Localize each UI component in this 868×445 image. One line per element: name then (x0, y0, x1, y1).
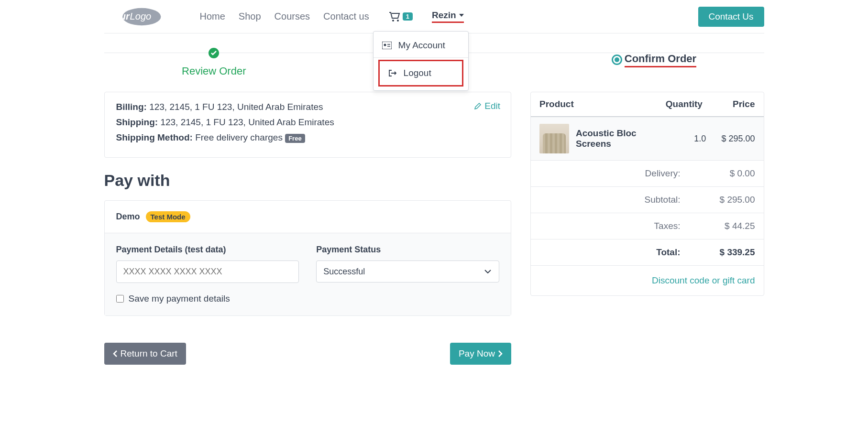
edit-address-link[interactable]: Edit (474, 101, 500, 111)
product-name: Acoustic Bloc Screens (576, 128, 663, 149)
check-circle-icon (209, 48, 219, 58)
svg-rect-5 (382, 42, 392, 49)
total-label: Total: (539, 247, 681, 258)
cart-badge: 1 (403, 12, 413, 21)
svg-point-3 (392, 20, 394, 22)
payment-details-input[interactable] (116, 260, 299, 283)
shipping-line: Shipping: 123, 2145, 1 FU 123, United Ar… (116, 117, 499, 128)
product-price: $ 295.00 (706, 134, 755, 144)
nav-home[interactable]: Home (200, 11, 225, 22)
payment-status-select[interactable]: Successful (316, 260, 499, 282)
save-payment-label: Save my payment details (129, 293, 230, 304)
dropdown-my-account-label: My Account (398, 40, 445, 51)
order-line-item: Acoustic Bloc Screens 1.0 $ 295.00 (531, 117, 764, 161)
taxes-value: $ 44.25 (703, 221, 755, 231)
cart-link[interactable]: 1 (388, 11, 413, 22)
discount-code-link[interactable]: Discount code or gift card (652, 275, 755, 285)
dropdown-logout-label: Logout (404, 68, 431, 78)
user-menu[interactable]: Rezin My Account Logout (432, 10, 464, 23)
test-mode-badge: Test Mode (146, 211, 190, 222)
nav-links: Home Shop Courses Contact us (200, 11, 369, 22)
logout-icon (388, 69, 397, 77)
pay-with-heading: Pay with (104, 171, 511, 190)
svg-text:Logo: Logo (130, 11, 151, 22)
step-confirm[interactable]: Confirm Order (544, 48, 764, 77)
user-dropdown: My Account Logout (373, 31, 469, 91)
svg-rect-7 (387, 44, 390, 45)
dropdown-logout[interactable]: Logout (378, 60, 463, 87)
product-qty: 1.0 (663, 134, 706, 144)
payment-box: Demo Test Mode Payment Details (test dat… (104, 200, 511, 316)
navbar: YourLogo Home Shop Courses Contact us 1 … (104, 0, 764, 33)
return-to-cart-button[interactable]: Return to Cart (104, 343, 186, 365)
payment-status-label: Payment Status (316, 245, 499, 255)
order-header-qty: Quantity (656, 99, 702, 109)
payment-provider: Demo (116, 212, 140, 222)
delivery-label: Delivery: (539, 168, 681, 179)
pay-now-button[interactable]: Pay Now (450, 343, 511, 365)
chevron-left-icon (113, 350, 118, 357)
contact-us-button[interactable]: Contact Us (698, 7, 764, 27)
logo[interactable]: YourLogo (104, 7, 162, 27)
pencil-icon (474, 102, 482, 110)
id-card-icon (382, 42, 392, 49)
nav-courses[interactable]: Courses (275, 11, 310, 22)
total-value: $ 339.25 (703, 247, 755, 258)
shipping-method-line: Shipping Method: Free delivery charges F… (116, 132, 499, 143)
billing-line: Billing: 123, 2145, 1 FU 123, United Ara… (116, 102, 499, 112)
dropdown-my-account[interactable]: My Account (374, 33, 468, 57)
delivery-value: $ 0.00 (703, 168, 755, 179)
step-review-label: Review Order (104, 65, 324, 77)
subtotal-label: Subtotal: (539, 195, 681, 205)
radio-active-icon (612, 54, 622, 65)
user-name: Rezin (432, 10, 456, 21)
order-header-product: Product (539, 99, 656, 109)
step-confirm-label: Confirm Order (625, 53, 696, 67)
subtotal-value: $ 295.00 (703, 195, 755, 205)
return-to-cart-label: Return to Cart (121, 348, 177, 359)
svg-point-6 (384, 44, 386, 46)
address-card: Edit Billing: 123, 2145, 1 FU 123, Unite… (104, 92, 511, 158)
cart-icon (388, 11, 401, 22)
taxes-label: Taxes: (539, 221, 681, 231)
nav-shop[interactable]: Shop (239, 11, 261, 22)
order-summary: Product Quantity Price Acoustic Bloc Scr… (530, 92, 764, 296)
pay-now-label: Pay Now (459, 348, 495, 359)
chevron-down-icon (459, 14, 464, 17)
order-header-price: Price (703, 99, 755, 109)
product-image (539, 124, 569, 153)
edit-address-label: Edit (484, 101, 500, 111)
svg-text:Your: Your (108, 11, 130, 22)
free-badge: Free (285, 134, 305, 143)
save-payment-checkbox[interactable] (116, 295, 124, 303)
chevron-right-icon (498, 350, 503, 357)
payment-details-label: Payment Details (test data) (116, 245, 299, 255)
svg-point-4 (397, 20, 399, 22)
svg-rect-8 (387, 46, 390, 47)
nav-contact[interactable]: Contact us (323, 11, 369, 22)
step-review[interactable]: Review Order (104, 48, 324, 77)
